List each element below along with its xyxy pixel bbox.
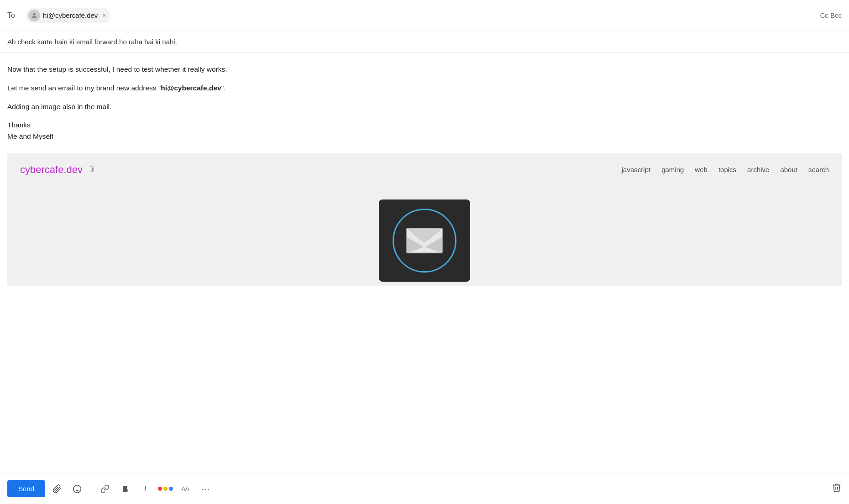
nav-gaming[interactable]: gaming <box>661 164 684 175</box>
email-body: Now that the setup is successful, I need… <box>0 53 849 473</box>
recipient-chip[interactable]: hi@cybercafe.dev × <box>26 8 110 23</box>
mail-graphic <box>379 200 470 282</box>
nav-topics[interactable]: topics <box>718 164 736 175</box>
svg-point-0 <box>33 13 35 15</box>
body-signature: Thanks Me and Myself <box>7 120 842 142</box>
embed-nav: javascript gaming web topics archive abo… <box>622 164 829 175</box>
brand-name[interactable]: cybercafe.dev <box>20 162 83 178</box>
mail-envelope <box>406 228 443 253</box>
to-label: To <box>7 11 20 20</box>
color-picker-icon[interactable] <box>157 481 173 497</box>
subject-text: Ab check karte hain ki email forward ho … <box>7 38 177 46</box>
body-line2: Let me send an email to my brand new add… <box>7 83 842 94</box>
more-options-button[interactable]: ··· <box>197 481 214 497</box>
dot-red <box>158 487 162 491</box>
cc-bcc-button[interactable]: Cc Bcc <box>820 11 842 19</box>
emoji-icon[interactable] <box>69 481 85 497</box>
embed-image-area <box>7 186 842 286</box>
toolbar: Send I A <box>0 473 849 504</box>
avatar <box>28 10 40 21</box>
body-line1: Now that the setup is successful, I need… <box>7 64 842 75</box>
dot-yellow <box>163 487 168 491</box>
moon-icon: ☽ <box>87 163 94 176</box>
nav-search[interactable]: search <box>808 164 829 175</box>
remove-recipient-button[interactable]: × <box>102 12 106 19</box>
paperclip-icon[interactable] <box>49 481 65 497</box>
link-icon[interactable] <box>97 481 113 497</box>
embed-block: cybercafe.dev ☽ javascript gaming web to… <box>7 153 842 286</box>
recipient-email: hi@cybercafe.dev <box>43 11 98 19</box>
nav-javascript[interactable]: javascript <box>622 164 650 175</box>
toolbar-divider-1 <box>91 483 91 494</box>
subject-row: Ab check karte hain ki email forward ho … <box>0 31 849 53</box>
italic-button[interactable]: I <box>137 481 153 497</box>
delete-button[interactable] <box>832 483 842 495</box>
bold-button[interactable] <box>117 481 133 497</box>
dot-blue <box>169 487 173 491</box>
mail-circle <box>393 209 456 273</box>
send-button[interactable]: Send <box>7 480 45 497</box>
svg-point-5 <box>73 485 81 493</box>
embed-brand: cybercafe.dev ☽ <box>20 162 94 178</box>
nav-web[interactable]: web <box>695 164 708 175</box>
nav-archive[interactable]: archive <box>747 164 769 175</box>
font-size-icon[interactable]: AA <box>177 481 194 497</box>
nav-about[interactable]: about <box>780 164 797 175</box>
to-row: To hi@cybercafe.dev × Cc Bcc <box>0 0 849 31</box>
body-line3: Adding an image also in the mail. <box>7 101 842 113</box>
embed-header: cybercafe.dev ☽ javascript gaming web to… <box>7 153 842 186</box>
